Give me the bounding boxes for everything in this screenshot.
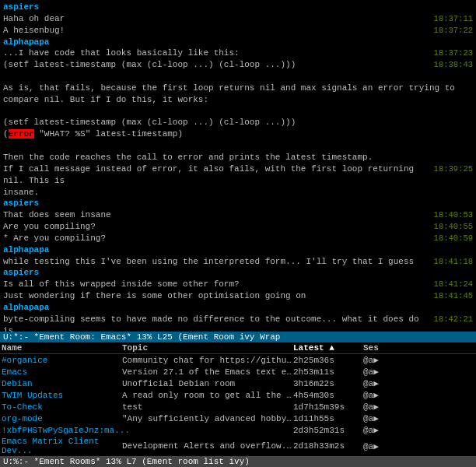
- timestamp: 18:39:25: [434, 163, 473, 174]
- room-topic: Community chat for https://githu...: [122, 356, 293, 365]
- chat-line: Are you compiling? 18:40:55: [3, 221, 473, 233]
- table-row[interactable]: EmacsVersion 27.1 of the Emacs text e...…: [0, 366, 476, 377]
- table-row[interactable]: Emacs Matrix Client Dev...Development Al…: [0, 436, 476, 456]
- room-link[interactable]: Emacs: [2, 367, 27, 377]
- room-latest: 2h53m11s: [293, 367, 363, 377]
- room-topic: Version 27.1 of the Emacs text e...: [122, 367, 293, 377]
- timestamp: 18:41:24: [434, 279, 473, 290]
- chat-message-user1: aspiers: [3, 2, 473, 13]
- room-ses: @a▶: [363, 378, 394, 388]
- room-name[interactable]: TWIM Updates: [2, 391, 122, 400]
- table-row[interactable]: To-Checktest1d7h15m39s@a▶: [0, 401, 476, 413]
- chat-text: Then the code reaches the call to error …: [3, 152, 467, 163]
- chat-line: ...I have code that looks basically like…: [3, 47, 473, 59]
- room-ses: @a▶: [363, 441, 394, 451]
- room-latest: 3h16m22s: [293, 379, 363, 388]
- chat-message-user6: alphapapa: [3, 302, 473, 314]
- room-name[interactable]: org-mode: [2, 414, 122, 423]
- col-header-name: Name: [2, 343, 122, 353]
- room-topic: "Any sufficiently advanced hobby...: [122, 414, 293, 423]
- room-latest: 2d18h33m2s: [293, 441, 363, 451]
- chat-line: compare nil. But if I do this, it works:: [3, 94, 473, 106]
- room-ses: @a▶: [363, 402, 394, 412]
- code-text: (setf latest-timestamp (max (cl-loop ...…: [3, 59, 428, 71]
- timestamp: 18:42:21: [434, 314, 473, 325]
- table-row[interactable]: TWIM UpdatesA read only room to get all …: [0, 389, 476, 401]
- chat-line: * Are you compiling? 18:40:59: [3, 233, 473, 244]
- table-rows: #organiceCommunity chat for https://gith…: [0, 354, 476, 456]
- chat-text: Is all of this wrapped inside some other…: [3, 279, 428, 290]
- statusbar-chat-text: U:*:- *Ement Room: Emacs* 13% L25 (Ement…: [3, 332, 280, 342]
- room-latest: 2d3h52m31s: [293, 426, 363, 435]
- timestamp: 18:37:22: [434, 25, 473, 36]
- chat-code-line: (setf latest-timestamp (max (cl-loop ...…: [3, 117, 473, 128]
- chat-text: If I call message instead of error, it a…: [3, 163, 428, 187]
- chat-line: Is all of this wrapped inside some other…: [3, 279, 473, 290]
- chat-text: ...I have code that looks basically like…: [3, 47, 428, 59]
- chat-area: aspiers Haha oh dear 18:37:11 A heisenbu…: [0, 0, 476, 332]
- chat-text: byte-compiling seems to have made no dif…: [3, 314, 428, 332]
- room-topic: Unofficial Debian room: [122, 379, 293, 388]
- room-link[interactable]: org-mode: [2, 414, 43, 423]
- chat-text: As is, that fails, because the first loo…: [3, 83, 467, 94]
- col-header-ses: Ses: [363, 343, 394, 353]
- username-aspiers: aspiers: [3, 2, 39, 13]
- col-header-latest: Latest ▲: [293, 343, 363, 353]
- table-row[interactable]: !xbfPHSTwPySgaIeJnz:ma...2d3h52m31s@a▶: [0, 424, 476, 436]
- room-name[interactable]: #organice: [2, 356, 122, 365]
- chat-text: * Are you compiling?: [3, 233, 428, 244]
- room-topic: A read only room to get all the ...: [122, 391, 293, 400]
- blank-line: [3, 140, 473, 152]
- timestamp: 18:37:11: [434, 13, 473, 24]
- statusbar-rooms: U:%:- *Ement Rooms* 13% L7 (Ement room l…: [0, 456, 476, 467]
- room-link[interactable]: TWIM Updates: [2, 391, 63, 400]
- room-name[interactable]: To-Check: [2, 402, 122, 412]
- chat-line: byte-compiling seems to have made no dif…: [3, 314, 473, 332]
- chat-text: Are you compiling?: [3, 221, 428, 233]
- username-aspiers3: aspiers: [3, 267, 39, 279]
- room-ses: @a▶: [363, 413, 394, 423]
- room-name[interactable]: !xbfPHSTwPySgaIeJnz:ma...: [2, 426, 122, 435]
- chat-text: while testing this I've been using the i…: [3, 256, 428, 268]
- room-name[interactable]: Emacs: [2, 367, 122, 377]
- chat-line: Haha oh dear 18:37:11: [3, 13, 473, 25]
- room-link[interactable]: #organice: [2, 356, 47, 365]
- chat-line: Then the code reaches the call to error …: [3, 152, 473, 163]
- room-link[interactable]: Debian: [2, 379, 33, 388]
- room-link[interactable]: To-Check: [2, 402, 43, 412]
- username-alphapapa2: alphapapa: [3, 244, 49, 256]
- timestamp: 18:37:23: [434, 47, 473, 58]
- table-row[interactable]: DebianUnofficial Debian room3h16m22s@a▶: [0, 377, 476, 389]
- room-ses: @a▶: [363, 425, 394, 435]
- chat-text: insane.: [3, 187, 467, 198]
- chat-text: A heisenbug!: [3, 25, 428, 37]
- room-link[interactable]: !xbfPHSTwPySgaIeJnz:ma...: [2, 426, 130, 435]
- room-link[interactable]: Emacs Matrix Client Dev...: [2, 437, 99, 455]
- chat-text: Just wondering if there is some other op…: [3, 290, 428, 302]
- username-alphapapa: alphapapa: [3, 37, 49, 48]
- room-latest: 4h54m30s: [293, 391, 363, 400]
- username-alphapapa3: alphapapa: [3, 302, 49, 314]
- error-word: error: [9, 129, 34, 139]
- chat-message-user5: aspiers: [3, 267, 473, 279]
- blank-line: [3, 71, 473, 83]
- room-name[interactable]: Emacs Matrix Client Dev...: [2, 437, 122, 455]
- chat-text: compare nil. But if I do this, it works:: [3, 94, 467, 106]
- chat-line: Just wondering if there is some other op…: [3, 290, 473, 302]
- room-latest: 1d7h15m39s: [293, 402, 363, 412]
- timestamp: 18:38:43: [434, 59, 473, 70]
- table-row[interactable]: #organiceCommunity chat for https://gith…: [0, 354, 476, 366]
- chat-message-user2: alphapapa: [3, 37, 473, 48]
- chat-text: Haha oh dear: [3, 13, 428, 25]
- code-text: (setf latest-timestamp (max (cl-loop ...…: [3, 117, 467, 128]
- room-name[interactable]: Debian: [2, 379, 122, 388]
- room-latest: 1d11h55s: [293, 414, 363, 423]
- room-ses: @a▶: [363, 367, 394, 377]
- chat-error-line: (error "WHAT? %S" latest-timestamp): [3, 128, 473, 140]
- chat-code-line: (setf latest-timestamp (max (cl-loop ...…: [3, 59, 473, 71]
- blank-line: [3, 106, 473, 118]
- chat-line: If I call message instead of error, it a…: [3, 163, 473, 187]
- timestamp: 18:40:53: [434, 209, 473, 220]
- room-topic: test: [122, 402, 293, 412]
- table-row[interactable]: org-mode"Any sufficiently advanced hobby…: [0, 413, 476, 424]
